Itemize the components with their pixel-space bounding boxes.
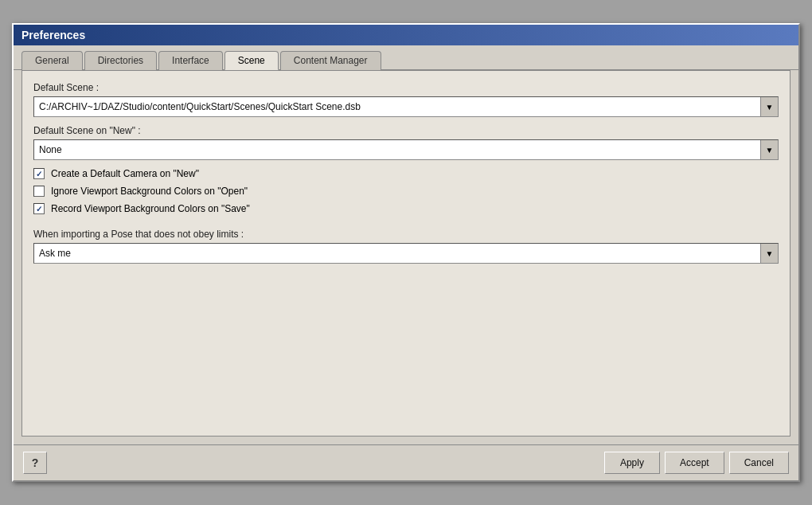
- tab-scene[interactable]: Scene: [224, 51, 279, 70]
- cancel-button[interactable]: Cancel: [729, 452, 789, 474]
- pose-import-arrow[interactable]: ▼: [760, 244, 778, 263]
- default-scene-dropdown[interactable]: C:/ARCHIV~1/DAZ/Studio/content/QuickStar…: [33, 96, 779, 117]
- help-button[interactable]: ?: [23, 452, 47, 474]
- checkbox-viewport-bg-save-label: Record Viewport Background Colors on "Sa…: [51, 203, 250, 214]
- checkbox-row-1: Create a Default Camera on "New": [33, 168, 779, 179]
- tabs-row: General Directories Interface Scene Cont…: [14, 45, 798, 70]
- dialog-title: Preferences: [21, 29, 85, 41]
- apply-button[interactable]: Apply: [604, 452, 660, 474]
- default-scene-value: C:/ARCHIV~1/DAZ/Studio/content/QuickStar…: [34, 100, 760, 114]
- default-scene-new-arrow[interactable]: ▼: [760, 140, 778, 159]
- default-scene-new-dropdown[interactable]: None ▼: [33, 139, 779, 160]
- checkbox-viewport-bg-save[interactable]: [33, 203, 45, 214]
- tab-interface[interactable]: Interface: [158, 51, 223, 70]
- title-bar: Preferences: [14, 25, 798, 45]
- scene-content: Default Scene : C:/ARCHIV~1/DAZ/Studio/c…: [21, 70, 791, 436]
- checkbox-default-camera-label: Create a Default Camera on "New": [51, 168, 199, 179]
- tab-directories[interactable]: Directories: [84, 51, 157, 70]
- bottom-bar: ? Apply Accept Cancel: [14, 444, 798, 480]
- pose-import-dropdown[interactable]: Ask me ▼: [33, 243, 779, 264]
- checkbox-default-camera[interactable]: [33, 168, 45, 179]
- checkbox-row-2: Ignore Viewport Background Colors on "Op…: [33, 186, 779, 197]
- preferences-dialog: Preferences General Directories Interfac…: [12, 23, 800, 482]
- accept-button[interactable]: Accept: [665, 452, 724, 474]
- default-scene-new-value: None: [34, 143, 760, 157]
- checkbox-row-3: Record Viewport Background Colors on "Sa…: [33, 203, 779, 214]
- tab-general[interactable]: General: [21, 51, 83, 70]
- default-scene-arrow[interactable]: ▼: [760, 97, 778, 116]
- default-scene-new-label: Default Scene on "New" :: [33, 125, 779, 136]
- checkbox-viewport-bg-open[interactable]: [33, 186, 45, 197]
- pose-import-value: Ask me: [34, 246, 760, 260]
- pose-import-label: When importing a Pose that does not obey…: [33, 229, 779, 240]
- default-scene-label: Default Scene :: [33, 82, 779, 93]
- tab-content-manager[interactable]: Content Manager: [280, 51, 381, 70]
- checkbox-viewport-bg-open-label: Ignore Viewport Background Colors on "Op…: [51, 186, 248, 197]
